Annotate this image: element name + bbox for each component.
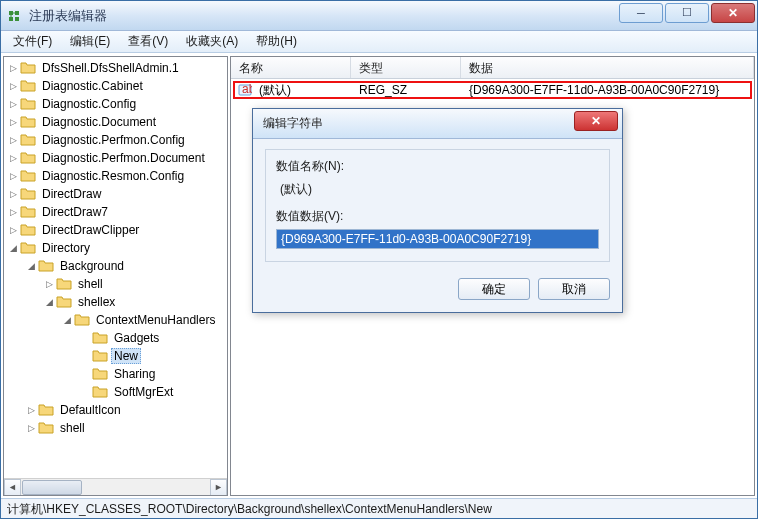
tree-node-shell[interactable]: ▷shell (6, 275, 227, 293)
tree-label: New (111, 348, 141, 364)
expand-icon[interactable]: ▷ (6, 61, 20, 75)
scroll-left-button[interactable]: ◄ (4, 479, 21, 496)
tree-label: Diagnostic.Cabinet (39, 78, 146, 94)
string-value-icon: ab (237, 82, 253, 98)
expand-icon[interactable]: ▷ (6, 97, 20, 111)
value-data-input[interactable] (276, 229, 599, 249)
tree-label: ContextMenuHandlers (93, 312, 218, 328)
svg-rect-0 (9, 11, 13, 15)
list-row[interactable]: ab (默认) REG_SZ {D969A300-E7FF-11d0-A93B-… (233, 81, 752, 99)
folder-icon (20, 187, 36, 201)
expand-icon[interactable]: ▷ (6, 115, 20, 129)
folder-icon (92, 349, 108, 363)
folder-icon (20, 151, 36, 165)
folder-icon (38, 259, 54, 273)
folder-icon (74, 313, 90, 327)
expand-icon[interactable]: ▷ (24, 421, 38, 435)
expand-icon[interactable]: ▷ (6, 151, 20, 165)
dialog-close-button[interactable]: ✕ (574, 111, 618, 131)
value-name-label: 数值名称(N): (276, 158, 599, 175)
tree-node-dfsshell-dfsshelladmin-1[interactable]: ▷DfsShell.DfsShellAdmin.1 (6, 59, 227, 77)
tree-node-contextmenuhandlers[interactable]: ◢ContextMenuHandlers (6, 311, 227, 329)
tree-label: DfsShell.DfsShellAdmin.1 (39, 60, 182, 76)
tree-label: shell (75, 276, 106, 292)
tree-node-new[interactable]: New (6, 347, 227, 365)
tree-node-diagnostic-document[interactable]: ▷Diagnostic.Document (6, 113, 227, 131)
folder-icon (20, 61, 36, 75)
cancel-button[interactable]: 取消 (538, 278, 610, 300)
folder-icon (20, 115, 36, 129)
scroll-right-button[interactable]: ► (210, 479, 227, 496)
tree-label: shell (57, 420, 88, 436)
tree-node-shell[interactable]: ▷shell (6, 419, 227, 437)
column-data[interactable]: 数据 (461, 57, 754, 78)
tree-node-sharing[interactable]: Sharing (6, 365, 227, 383)
ok-button[interactable]: 确定 (458, 278, 530, 300)
minimize-button[interactable]: ─ (619, 3, 663, 23)
expand-icon[interactable]: ◢ (60, 313, 74, 327)
tree-node-directdrawclipper[interactable]: ▷DirectDrawClipper (6, 221, 227, 239)
expand-icon[interactable]: ▷ (6, 133, 20, 147)
maximize-button[interactable]: ☐ (665, 3, 709, 23)
svg-rect-1 (15, 11, 19, 15)
tree-label: Sharing (111, 366, 158, 382)
horizontal-scrollbar[interactable]: ◄ ► (4, 478, 227, 495)
expand-icon[interactable]: ▷ (24, 403, 38, 417)
folder-icon (20, 205, 36, 219)
tree-label: DirectDraw (39, 186, 104, 202)
column-name[interactable]: 名称 (231, 57, 351, 78)
tree-label: shellex (75, 294, 118, 310)
app-icon (7, 8, 23, 24)
expand-icon[interactable]: ▷ (6, 169, 20, 183)
menu-file[interactable]: 文件(F) (5, 31, 60, 52)
close-button[interactable]: ✕ (711, 3, 755, 23)
tree-node-diagnostic-perfmon-document[interactable]: ▷Diagnostic.Perfmon.Document (6, 149, 227, 167)
folder-icon (92, 367, 108, 381)
menu-edit[interactable]: 编辑(E) (62, 31, 118, 52)
tree-node-directdraw[interactable]: ▷DirectDraw (6, 185, 227, 203)
expand-icon[interactable]: ▷ (6, 79, 20, 93)
menu-view[interactable]: 查看(V) (120, 31, 176, 52)
scroll-thumb[interactable] (22, 480, 82, 495)
tree-label: Gadgets (111, 330, 162, 346)
expand-icon[interactable]: ◢ (6, 241, 20, 255)
tree-pane[interactable]: ▷DfsShell.DfsShellAdmin.1▷Diagnostic.Cab… (3, 56, 228, 496)
status-bar: 计算机\HKEY_CLASSES_ROOT\Directory\Backgrou… (1, 498, 757, 518)
tree-node-diagnostic-config[interactable]: ▷Diagnostic.Config (6, 95, 227, 113)
list-header: 名称 类型 数据 (231, 57, 754, 79)
expand-icon[interactable]: ◢ (42, 295, 56, 309)
expand-icon[interactable]: ▷ (6, 187, 20, 201)
tree-node-background[interactable]: ◢Background (6, 257, 227, 275)
tree-node-defaulticon[interactable]: ▷DefaultIcon (6, 401, 227, 419)
folder-icon (92, 331, 108, 345)
tree-node-shellex[interactable]: ◢shellex (6, 293, 227, 311)
svg-text:ab: ab (242, 83, 252, 96)
folder-icon (92, 385, 108, 399)
cell-data: {D969A300-E7FF-11d0-A93B-00A0C90F2719} (463, 83, 750, 97)
menu-favorites[interactable]: 收藏夹(A) (178, 31, 246, 52)
tree-node-diagnostic-perfmon-config[interactable]: ▷Diagnostic.Perfmon.Config (6, 131, 227, 149)
column-type[interactable]: 类型 (351, 57, 461, 78)
expand-icon[interactable]: ▷ (6, 223, 20, 237)
titlebar[interactable]: 注册表编辑器 ─ ☐ ✕ (1, 1, 757, 31)
tree-node-directory[interactable]: ◢Directory (6, 239, 227, 257)
tree-node-gadgets[interactable]: Gadgets (6, 329, 227, 347)
expand-icon[interactable]: ▷ (6, 205, 20, 219)
folder-icon (20, 79, 36, 93)
tree-label: Diagnostic.Perfmon.Document (39, 150, 208, 166)
tree-node-diagnostic-resmon-config[interactable]: ▷Diagnostic.Resmon.Config (6, 167, 227, 185)
tree-node-diagnostic-cabinet[interactable]: ▷Diagnostic.Cabinet (6, 77, 227, 95)
tree-label: DefaultIcon (57, 402, 124, 418)
tree-label: Diagnostic.Resmon.Config (39, 168, 187, 184)
tree-node-directdraw7[interactable]: ▷DirectDraw7 (6, 203, 227, 221)
tree-label: DirectDrawClipper (39, 222, 142, 238)
expand-icon[interactable]: ▷ (42, 277, 56, 291)
dialog-titlebar[interactable]: 编辑字符串 ✕ (253, 109, 622, 139)
expand-icon[interactable]: ◢ (24, 259, 38, 273)
cell-type: REG_SZ (353, 83, 463, 97)
tree-node-softmgrext[interactable]: SoftMgrExt (6, 383, 227, 401)
tree-label: Diagnostic.Config (39, 96, 139, 112)
folder-icon (38, 403, 54, 417)
menu-help[interactable]: 帮助(H) (248, 31, 305, 52)
folder-icon (20, 223, 36, 237)
